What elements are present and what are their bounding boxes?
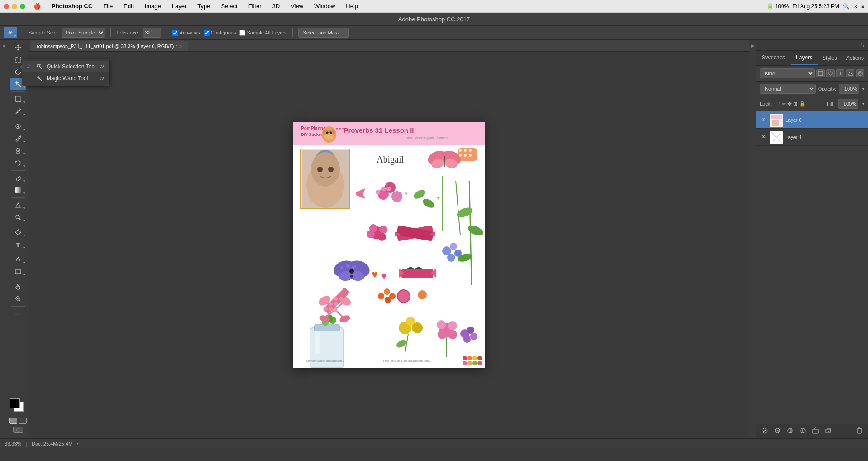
filter-shape-btn[interactable]	[846, 69, 854, 77]
menu-window[interactable]: Window	[311, 2, 338, 10]
menu-help[interactable]: Help	[343, 2, 361, 10]
quick-mask-btn[interactable]	[19, 418, 27, 424]
tolerance-input[interactable]	[143, 28, 161, 38]
menu-3d[interactable]: 3D	[270, 2, 283, 10]
lock-pixels-btn[interactable]: ✏	[782, 101, 786, 107]
add-group-btn[interactable]	[811, 427, 820, 436]
foreground-color-swatch[interactable]	[10, 398, 20, 408]
menu-file[interactable]: File	[100, 2, 115, 10]
clone-stamp-tool[interactable]: ▾	[10, 145, 26, 157]
svg-rect-183	[858, 429, 861, 433]
opacity-arrow[interactable]: ▾	[862, 86, 864, 91]
svg-point-111	[418, 290, 427, 299]
layer0-name: Layer 0	[785, 117, 802, 123]
document-tab[interactable]: robinsampson_P31_L11_art01.pdf @ 33.3% (…	[31, 40, 189, 51]
zoom-tool[interactable]	[10, 293, 26, 305]
path-selection-tool[interactable]: ▾	[10, 254, 26, 265]
svg-text:♥: ♥	[437, 195, 440, 201]
filter-smart-obj-btn[interactable]	[856, 69, 864, 77]
layer0-visibility-toggle[interactable]: 👁	[760, 116, 767, 123]
select-mask-button[interactable]: Select and Mask...	[298, 28, 349, 38]
filter-adjustment-btn[interactable]	[826, 69, 835, 77]
fill-arrow[interactable]: ▾	[862, 101, 864, 106]
minimize-button[interactable]	[12, 4, 17, 9]
svg-point-143	[477, 361, 482, 365]
add-adjustment-btn[interactable]	[798, 427, 808, 436]
quick-selection-tool-item[interactable]: ✓ Quick Selection Tool W	[22, 61, 109, 72]
tab-swatches[interactable]: Swatches	[756, 51, 791, 65]
add-layer-style-btn[interactable]: fx	[773, 427, 782, 436]
contiguous-toggle[interactable]: Contiguous	[204, 30, 236, 36]
menu-layer[interactable]: Layer	[169, 2, 190, 10]
screen-mode-btn[interactable]: ⊡	[13, 427, 23, 433]
tab-styles[interactable]: Styles	[818, 51, 842, 65]
brush-tool[interactable]: ▾	[10, 133, 26, 144]
search-icon-menubar[interactable]: 🔍	[843, 3, 849, 10]
sample-size-select[interactable]: Point Sample	[62, 28, 105, 38]
link-layers-btn[interactable]	[760, 427, 770, 436]
lock-move-btn[interactable]: ✥	[787, 101, 792, 107]
right-panel-toggle[interactable]: ▶	[749, 40, 756, 438]
svg-point-91	[350, 275, 353, 278]
siri-icon[interactable]: ⊙	[853, 3, 858, 10]
eyedropper-tool[interactable]: ▾	[10, 106, 26, 117]
menu-type[interactable]: Type	[195, 2, 213, 10]
lock-transparent-btn[interactable]: ⬚	[775, 101, 780, 107]
rectangle-tool[interactable]: ▾	[10, 266, 26, 278]
layer-item-layer0[interactable]: 👁 Layer 0	[756, 111, 868, 129]
lock-all-btn[interactable]: 🔒	[799, 101, 806, 107]
history-brush-tool[interactable]: ▾	[10, 157, 26, 169]
filter-type-btn[interactable]: T	[836, 69, 844, 77]
menu-filter[interactable]: Filter	[246, 2, 264, 10]
lock-artboard-btn[interactable]: ⊞	[793, 101, 797, 107]
healing-tool[interactable]: ▾	[10, 120, 26, 132]
anti-alias-toggle[interactable]: Anti-alias	[172, 30, 200, 36]
menu-view[interactable]: View	[288, 2, 306, 10]
document-canvas[interactable]: PomPlanner DIY Stickers ♥ ♥ ♥ Proverbs	[293, 122, 485, 368]
foreground-background-colors[interactable]	[10, 398, 26, 414]
canvas-content[interactable]: PomPlanner DIY Stickers ♥ ♥ ♥ Proverbs	[29, 52, 749, 438]
tab-layers[interactable]: Layers	[791, 51, 818, 65]
left-panel-collapse[interactable]: ◀	[0, 40, 7, 438]
maximize-button[interactable]	[20, 4, 25, 9]
traffic-lights[interactable]	[4, 4, 25, 9]
move-tool[interactable]	[10, 42, 26, 53]
magic-wand-tool-item[interactable]: Magic Wand Tool W	[22, 72, 109, 84]
dodge-tool[interactable]: ▾	[10, 211, 26, 223]
more-tools-button[interactable]: ···	[10, 308, 26, 320]
svg-point-68	[386, 187, 391, 191]
sample-all-toggle[interactable]: Sample All Layers	[239, 30, 286, 36]
panel-settings-icon[interactable]: ⇆	[858, 41, 866, 49]
eraser-tool[interactable]: ▾	[10, 172, 26, 184]
menu-image[interactable]: Image	[142, 2, 164, 10]
app-name-menu[interactable]: Photoshop CC	[49, 2, 95, 10]
svg-point-79	[379, 226, 387, 234]
add-layer-btn[interactable]	[823, 427, 833, 436]
tab-close-button[interactable]: ×	[180, 44, 183, 49]
blur-tool[interactable]: ▾	[10, 199, 26, 211]
menu-edit[interactable]: Edit	[121, 2, 136, 10]
hand-tool[interactable]	[10, 281, 26, 293]
standard-mode-btn[interactable]	[9, 418, 17, 424]
crop-tool[interactable]: ▾	[10, 93, 26, 105]
gradient-tool[interactable]: ▾	[10, 184, 26, 196]
delete-layer-btn[interactable]	[854, 427, 864, 436]
canvas-area: robinsampson_P31_L11_art01.pdf @ 33.3% (…	[29, 40, 749, 438]
active-tool-icon[interactable]: ✴ ▾	[4, 27, 17, 38]
filter-pixel-btn[interactable]	[816, 69, 825, 77]
layer1-visibility-toggle[interactable]: 👁	[760, 134, 767, 140]
menu-select[interactable]: Select	[218, 2, 240, 10]
apple-menu[interactable]: 🍎	[31, 2, 43, 10]
blend-mode-select[interactable]: Normal	[760, 84, 816, 94]
type-tool[interactable]: T ▾	[10, 239, 26, 250]
filter-kind-select[interactable]: Kind	[760, 68, 815, 78]
notification-icon[interactable]: ≡	[861, 3, 864, 10]
opacity-input[interactable]	[839, 84, 859, 94]
layer-item-layer1[interactable]: 👁 Layer 1	[756, 129, 868, 146]
fill-input[interactable]	[838, 99, 858, 109]
add-mask-btn[interactable]	[785, 427, 795, 436]
tab-actions[interactable]: Actions	[842, 51, 868, 65]
status-arrow[interactable]: ›	[77, 441, 79, 447]
pen-tool[interactable]: ▾	[10, 226, 26, 238]
close-button[interactable]	[4, 4, 9, 9]
